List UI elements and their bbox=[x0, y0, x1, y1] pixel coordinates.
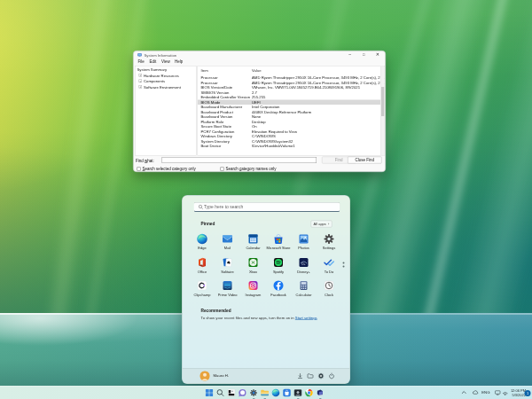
svg-text:D+: D+ bbox=[302, 262, 306, 266]
